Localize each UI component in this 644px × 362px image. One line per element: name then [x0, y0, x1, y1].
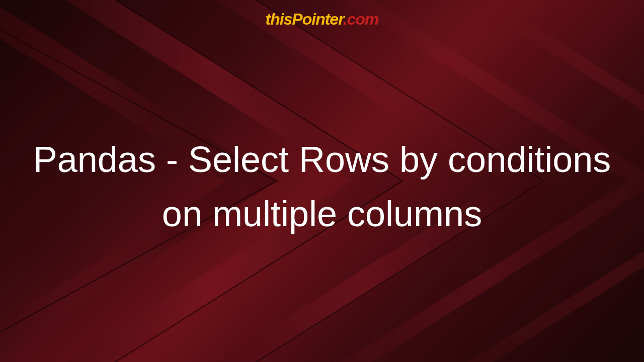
- site-logo: thisPointer.com: [265, 10, 378, 29]
- site-name-part1: thisPointer: [265, 10, 343, 28]
- site-name-part2: .com: [343, 10, 379, 28]
- article-title: Pandas - Select Rows by conditions on mu…: [32, 132, 612, 241]
